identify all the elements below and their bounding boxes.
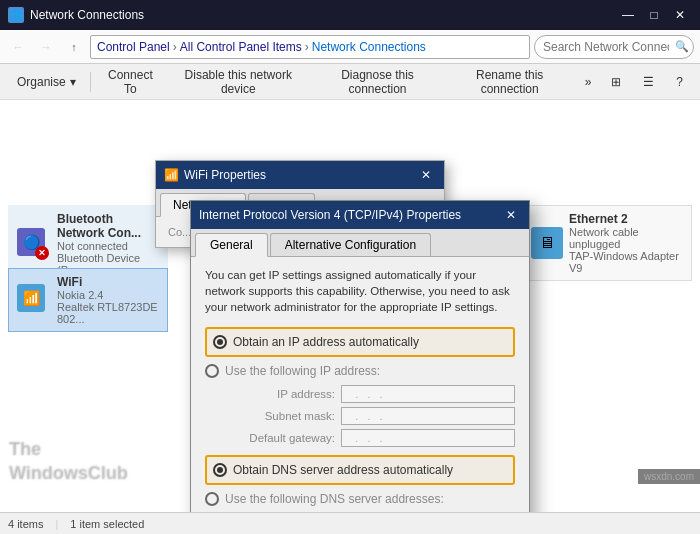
wifi-name: WiFi (57, 275, 159, 289)
items-count: 4 items (8, 518, 43, 530)
ip-address-input[interactable] (341, 385, 515, 403)
toolbar-separator-1 (90, 72, 91, 92)
path-segment-2: All Control Panel Items (180, 40, 302, 54)
gateway-label: Default gateway: (225, 432, 335, 444)
search-wrapper: 🔍 (534, 35, 694, 59)
connect-to-button[interactable]: Connect To (96, 68, 166, 96)
manual-ip-radio[interactable] (205, 364, 219, 378)
auto-ip-highlight: Obtain an IP address automatically (205, 327, 515, 357)
ethernet-icon: 🖥 (531, 227, 563, 259)
selected-count: 1 item selected (70, 518, 144, 530)
ethernet-status: Network cable unplugged (569, 226, 683, 250)
minimize-button[interactable]: — (616, 5, 640, 25)
address-bar: ← → ↑ Control Panel › All Control Panel … (0, 30, 700, 64)
manual-ip-option[interactable]: Use the following IP address: (205, 361, 515, 381)
more-button[interactable]: » (576, 68, 601, 96)
gateway-input[interactable] (341, 429, 515, 447)
diagnose-button[interactable]: Diagnose this connection (311, 68, 443, 96)
path-chevron-2: › (305, 40, 309, 54)
auto-dns-radio[interactable] (213, 463, 227, 477)
tcpip-dialog: Internet Protocol Version 4 (TCP/IPv4) P… (190, 200, 530, 512)
ethernet-connection-item[interactable]: 🖥 Ethernet 2 Network cable unplugged TAP… (522, 205, 692, 281)
ip-fields: IP address: Subnet mask: Default gateway… (225, 385, 515, 447)
path-chevron-1: › (173, 40, 177, 54)
address-path[interactable]: Control Panel › All Control Panel Items … (90, 35, 530, 59)
bluetooth-name: Bluetooth Network Con... (57, 212, 159, 240)
wifi-dialog-icon: 📶 (164, 168, 178, 182)
path-segment-1: Control Panel (97, 40, 170, 54)
search-input[interactable] (534, 35, 694, 59)
search-icon[interactable]: 🔍 (674, 39, 690, 55)
wifi-status: Nokia 2.4 (57, 289, 159, 301)
wifi-info: WiFi Nokia 2.4 Realtek RTL8723DE 802... (57, 275, 159, 325)
manual-dns-radio[interactable] (205, 492, 219, 506)
subnet-row: Subnet mask: (225, 407, 515, 425)
title-bar: 🌐 Network Connections — □ ✕ (0, 0, 700, 30)
rename-button[interactable]: Rename this connection (446, 68, 574, 96)
tcpip-content: You can get IP settings assigned automat… (191, 257, 529, 512)
subnet-label: Subnet mask: (225, 410, 335, 422)
ip-address-label: IP address: (225, 388, 335, 400)
wifi-dialog-title: WiFi Properties (184, 168, 416, 182)
auto-dns-label: Obtain DNS server address automatically (233, 463, 453, 477)
help-button[interactable]: ? (667, 68, 692, 96)
manual-dns-option[interactable]: Use the following DNS server addresses: (205, 489, 515, 509)
error-overlay: ✕ (35, 246, 49, 260)
wifi-connection-item[interactable]: 📶 WiFi Nokia 2.4 Realtek RTL8723DE 802..… (8, 268, 168, 332)
wifi-detail: Realtek RTL8723DE 802... (57, 301, 159, 325)
wifi-dialog-title-bar: 📶 WiFi Properties ✕ (156, 161, 444, 189)
status-separator: | (55, 518, 58, 530)
wifi-icon-container: 📶 (17, 284, 49, 316)
view-list-button[interactable]: ☰ (634, 68, 663, 96)
up-button[interactable]: ↑ (62, 35, 86, 59)
window-icon: 🌐 (8, 7, 24, 23)
ethernet-name: Ethernet 2 (569, 212, 683, 226)
tcpip-tab-alt[interactable]: Alternative Configuration (270, 233, 431, 256)
view-grid-button[interactable]: ⊞ (602, 68, 630, 96)
manual-ip-label: Use the following IP address: (225, 364, 380, 378)
watermark-badge: wsxdn.com (638, 469, 700, 484)
window-title: Network Connections (30, 8, 616, 22)
auto-ip-radio[interactable] (213, 335, 227, 349)
auto-ip-option[interactable]: Obtain an IP address automatically (213, 332, 507, 352)
maximize-button[interactable]: □ (642, 5, 666, 25)
tcpip-title: Internet Protocol Version 4 (TCP/IPv4) P… (199, 208, 501, 222)
tcpip-description: You can get IP settings assigned automat… (205, 267, 515, 315)
gateway-row: Default gateway: (225, 429, 515, 447)
tcpip-tabs: General Alternative Configuration (191, 229, 529, 257)
wifi-dialog-close-button[interactable]: ✕ (416, 166, 436, 184)
status-bar: 4 items | 1 item selected (0, 512, 700, 534)
bluetooth-status: Not connected (57, 240, 159, 252)
content-area: 🔵 ✕ Bluetooth Network Con... Not connect… (0, 100, 700, 512)
toolbar-right: ⊞ ☰ ? (602, 68, 692, 96)
auto-dns-highlight: Obtain DNS server address automatically (205, 455, 515, 485)
path-segment-3: Network Connections (312, 40, 426, 54)
tcpip-tab-general[interactable]: General (195, 233, 268, 257)
disable-button[interactable]: Disable this network device (167, 68, 309, 96)
tcpip-close-button[interactable]: ✕ (501, 206, 521, 224)
bluetooth-info: Bluetooth Network Con... Not connected B… (57, 212, 159, 276)
ethernet-detail: TAP-Windows Adapter V9 (569, 250, 683, 274)
tcpip-title-bar: Internet Protocol Version 4 (TCP/IPv4) P… (191, 201, 529, 229)
bluetooth-icon: 🔵 ✕ (17, 228, 49, 260)
toolbar: Organise ▾ Connect To Disable this netwo… (0, 64, 700, 100)
auto-dns-option[interactable]: Obtain DNS server address automatically (213, 460, 507, 480)
organise-button[interactable]: Organise ▾ (8, 68, 85, 96)
back-button[interactable]: ← (6, 35, 30, 59)
close-button[interactable]: ✕ (668, 5, 692, 25)
ethernet-info: Ethernet 2 Network cable unplugged TAP-W… (569, 212, 683, 274)
main-window: 🌐 Network Connections — □ ✕ ← → ↑ Contro… (0, 0, 700, 534)
forward-button[interactable]: → (34, 35, 58, 59)
window-controls: — □ ✕ (616, 5, 692, 25)
subnet-input[interactable] (341, 407, 515, 425)
wifi-dialog-placeholder: Co... (168, 226, 191, 238)
auto-ip-label: Obtain an IP address automatically (233, 335, 419, 349)
manual-dns-label: Use the following DNS server addresses: (225, 492, 444, 506)
ip-address-row: IP address: (225, 385, 515, 403)
